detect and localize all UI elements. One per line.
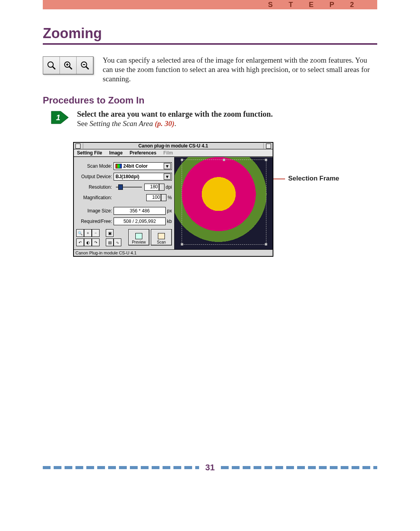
magnification-stepper[interactable]: [161, 194, 166, 201]
magnification-unit: %: [166, 195, 172, 200]
preview-image[interactable]: [174, 157, 273, 249]
footer-rule-right: [221, 466, 377, 469]
svg-line-7: [86, 67, 89, 69]
callout-label: Selection Frame: [288, 175, 339, 182]
step-1-marker: 1: [51, 110, 70, 125]
zoom-reset-icon[interactable]: 🔍: [76, 229, 84, 237]
menu-image[interactable]: Image: [109, 150, 123, 156]
crop-icon[interactable]: ▣: [106, 229, 114, 237]
required-free-label: Required/Free:: [76, 219, 114, 224]
menu-preferences[interactable]: Preferences: [130, 150, 156, 156]
scan-mode-label: Scan Mode:: [76, 163, 114, 169]
step-banner: S T E P 2: [43, 0, 377, 9]
page-number: 31: [199, 463, 221, 473]
zoom-in-icon: [60, 57, 77, 74]
zoom-in-icon[interactable]: ＋: [84, 229, 92, 237]
zoom-box-icon[interactable]: [266, 144, 271, 149]
preview-icon: [135, 233, 142, 239]
resolution-slider[interactable]: [116, 184, 142, 190]
controls-panel: Scan Mode: 24bit Color ▾ Output Device: …: [74, 157, 174, 249]
zoom-out-icon[interactable]: －: [92, 229, 100, 237]
window-titlebar: Canon plug-in module CS-U 4.1: [74, 143, 273, 149]
svg-text:1: 1: [56, 113, 60, 122]
svg-line-1: [52, 67, 55, 69]
mirror-icon[interactable]: ◐: [84, 238, 92, 246]
svg-point-0: [48, 62, 53, 67]
step-1-reference: See Setting the Scan Area (p. 30).: [77, 119, 273, 128]
histogram-icon[interactable]: ▤: [106, 238, 114, 246]
curve-icon[interactable]: ∿: [114, 238, 121, 246]
title-rule: [43, 43, 377, 45]
scan-icon: [158, 233, 165, 239]
color-swatch-icon: [116, 164, 122, 168]
output-device-select[interactable]: BJ(180dpi) ▾: [114, 173, 172, 181]
window-title: Canon plug-in module CS-U 4.1: [83, 143, 264, 149]
scanner-window: Canon plug-in module CS-U 4.1 Setting Fi…: [73, 142, 273, 257]
preview-button[interactable]: Preview: [128, 229, 149, 245]
image-size-unit: px: [166, 208, 172, 214]
scan-button[interactable]: Scan: [151, 229, 172, 245]
required-free-value: 508 / 2,095,992: [114, 217, 166, 225]
status-bar: Canon Plug-in module CS-U 4.1: [74, 249, 273, 256]
footer-rule-left: [43, 466, 199, 469]
image-size-label: Image Size:: [76, 208, 114, 214]
section-heading: Procedures to Zoom In: [43, 95, 377, 106]
scan-mode-select[interactable]: 24bit Color ▾: [114, 162, 172, 170]
resolution-label: Resolution:: [76, 184, 114, 190]
callout-line: [273, 179, 285, 179]
output-device-label: Output Device:: [76, 174, 114, 179]
resolution-field[interactable]: 180: [144, 184, 159, 191]
resolution-unit: dpi: [164, 184, 172, 190]
image-size-value: 356 * 486: [114, 207, 166, 215]
step-1-headline: Select the area you want to enlarge with…: [77, 110, 273, 119]
page-footer: 31: [43, 463, 377, 473]
zoom-out-icon: [77, 57, 93, 74]
required-free-unit: kb: [166, 219, 172, 224]
chevron-down-icon: ▾: [164, 163, 171, 169]
rotate-left-icon[interactable]: ↶: [76, 238, 84, 246]
selection-frame[interactable]: [182, 159, 266, 245]
menu-setting-file[interactable]: Setting File: [77, 150, 102, 156]
rotate-right-icon[interactable]: ↷: [92, 238, 100, 246]
step-label: S T E P 2: [268, 1, 361, 9]
menubar: Setting File Image Preferences Film: [74, 149, 273, 157]
magnification-field[interactable]: 100: [146, 194, 161, 201]
page-ref-link[interactable]: (p. 30): [155, 119, 175, 128]
page-title: Zooming: [43, 25, 377, 42]
zoom-reset-icon: [43, 57, 60, 74]
resolution-stepper[interactable]: [159, 184, 164, 191]
svg-line-3: [69, 67, 72, 69]
zoom-icons-illustration: [43, 56, 93, 74]
intro-text: You can specify a selected area of the i…: [103, 56, 377, 83]
close-box-icon[interactable]: [75, 144, 80, 149]
magnification-label: Magnification:: [76, 195, 114, 200]
chevron-down-icon: ▾: [164, 173, 171, 180]
menu-film: Film: [163, 150, 173, 156]
